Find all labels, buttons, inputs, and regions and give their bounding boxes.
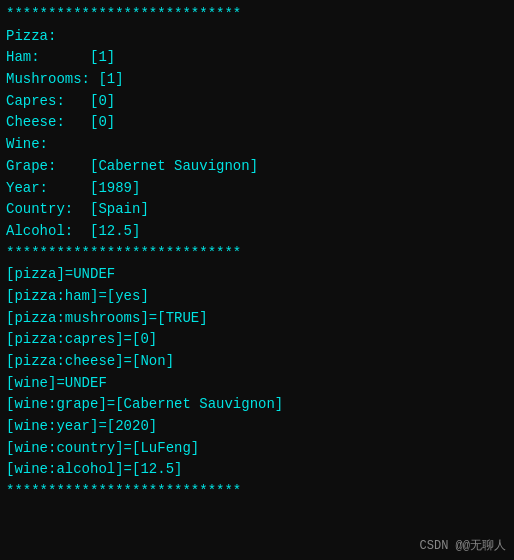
wine-country-line: [wine:country]=[LuFeng]	[6, 438, 508, 460]
year-line: Year: [1989]	[6, 178, 508, 200]
separator-bottom: ****************************	[6, 481, 508, 503]
pizza-label: Pizza:	[6, 26, 508, 48]
pizza-capres-line: [pizza:capres]=[0]	[6, 329, 508, 351]
pizza-mushrooms-line: [pizza:mushrooms]=[TRUE]	[6, 308, 508, 330]
alcohol-line: Alcohol: [12.5]	[6, 221, 508, 243]
wine-undef-line: [wine]=UNDEF	[6, 373, 508, 395]
mushrooms-line: Mushrooms: [1]	[6, 69, 508, 91]
wine-alcohol-line: [wine:alcohol]=[12.5]	[6, 459, 508, 481]
country-line: Country: [Spain]	[6, 199, 508, 221]
grape-line: Grape: [Cabernet Sauvignon]	[6, 156, 508, 178]
capres-line: Capres: [0]	[6, 91, 508, 113]
terminal-window: **************************** Pizza: Ham:…	[0, 0, 514, 560]
wine-year-line: [wine:year]=[2020]	[6, 416, 508, 438]
watermark: CSDN @@无聊人	[420, 537, 506, 554]
separator-middle: ****************************	[6, 243, 508, 265]
separator-top: ****************************	[6, 4, 508, 26]
wine-label: Wine:	[6, 134, 508, 156]
wine-grape-line: [wine:grape]=[Cabernet Sauvignon]	[6, 394, 508, 416]
pizza-ham-line: [pizza:ham]=[yes]	[6, 286, 508, 308]
pizza-cheese-line: [pizza:cheese]=[Non]	[6, 351, 508, 373]
pizza-undef-line: [pizza]=UNDEF	[6, 264, 508, 286]
ham-line: Ham: [1]	[6, 47, 508, 69]
cheese-line: Cheese: [0]	[6, 112, 508, 134]
